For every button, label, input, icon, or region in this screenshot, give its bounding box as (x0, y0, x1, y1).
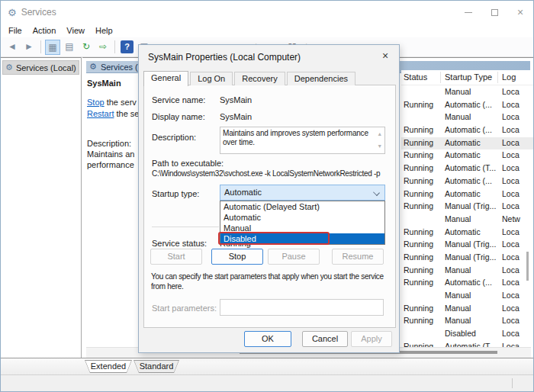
log-on-as-cell: Loca (502, 239, 520, 249)
log-on-as-cell: Loca (502, 329, 520, 338)
services-gear-icon: ⚙ (5, 63, 13, 72)
stop-button[interactable]: Stop (211, 249, 263, 265)
service-row[interactable]: RunningAutomatic (...Loca (401, 277, 533, 290)
column-divider[interactable] (440, 72, 441, 83)
service-row[interactable]: RunningManualLoca (401, 265, 533, 278)
display-name-label: Display name: (152, 112, 205, 121)
column-status[interactable]: Status (404, 72, 427, 82)
dialog-title: SysMain Properties (Local Computer) (148, 52, 301, 63)
tree-item-services-local[interactable]: ⚙ Services (Local) (2, 60, 79, 75)
service-name-label: Service name: (152, 95, 205, 104)
menu-help[interactable]: Help (90, 26, 118, 35)
cancel-button[interactable]: Cancel (302, 331, 348, 347)
log-on-as-cell: Loca (502, 316, 520, 325)
close-button[interactable]: × (507, 1, 533, 24)
start-parameters-input[interactable] (220, 299, 384, 316)
service-row[interactable]: RunningAutomatic (...Loca (401, 124, 533, 137)
log-on-as-cell: Loca (502, 304, 520, 313)
scroll-down-icon[interactable]: ▼ (377, 142, 382, 151)
status-cell: Running (404, 278, 433, 287)
console-tree-icon[interactable]: ▦ (45, 40, 60, 55)
service-row[interactable]: DisabledLoca (401, 328, 533, 341)
menu-view[interactable]: View (61, 26, 90, 35)
ok-button[interactable]: OK (244, 331, 291, 347)
status-cell: Running (404, 125, 433, 134)
dropdown-option-automatic[interactable]: Automatic (220, 212, 384, 223)
export-list-icon[interactable]: ⇨ (95, 40, 111, 55)
tab-standard[interactable]: Standard (134, 360, 179, 373)
properties-icon[interactable]: ▤ (62, 40, 77, 55)
service-row[interactable]: RunningAutomaticLoca (401, 137, 533, 150)
dropdown-option-automatic-delayed-start-[interactable]: Automatic (Delayed Start) (220, 201, 384, 212)
help-icon[interactable]: ? (121, 40, 134, 53)
menu-bar: File Action View Help (1, 24, 533, 37)
description-line-1: Maintains an (87, 149, 134, 159)
dialog-close-button[interactable]: × (378, 50, 392, 63)
back-icon[interactable]: ◄ (5, 40, 20, 55)
window-title: Services (21, 7, 56, 18)
service-row[interactable]: RunningAutomaticLoca (401, 149, 533, 162)
minimize-button[interactable] (455, 1, 481, 24)
service-row[interactable]: RunningAutomaticLoca (401, 227, 533, 239)
service-row[interactable]: RunningAutomatic (...Loca (401, 99, 533, 112)
start-button[interactable]: Start (150, 249, 202, 265)
log-on-as-cell: Loca (502, 278, 520, 287)
description-box[interactable]: Maintains and improves system performanc… (220, 127, 385, 154)
scroll-up-icon[interactable]: ▲ (377, 130, 382, 139)
service-row[interactable]: RunningManual (Trig...Loca (401, 252, 533, 265)
log-on-as-cell: Loca (502, 87, 520, 96)
column-startup-type[interactable]: Startup Type (445, 72, 492, 82)
dialog-tab-recovery[interactable]: Recovery (234, 72, 285, 85)
service-row[interactable]: RunningManual (Trig...Loca (401, 239, 533, 252)
startup-type-cell: Automatic (445, 189, 481, 198)
log-on-as-cell: Loca (502, 176, 520, 185)
status-cell: Running (404, 265, 433, 275)
service-row[interactable]: ManualNetw (401, 214, 533, 227)
log-on-as-cell: Loca (502, 138, 520, 147)
forward-icon[interactable]: ► (21, 40, 37, 55)
startup-type-cell: Manual (445, 304, 471, 313)
startup-type-cell: Manual (445, 112, 471, 121)
restart-line-rest: the se (114, 109, 139, 118)
tab-extended[interactable]: Extended (85, 360, 132, 373)
dropdown-option-disabled[interactable]: Disabled (220, 233, 384, 244)
service-row[interactable]: RunningAutomaticLoca (401, 188, 533, 201)
startup-type-combobox[interactable]: Automatic (220, 185, 385, 201)
dialog-tab-dependencies[interactable]: Dependencies (287, 72, 355, 85)
dialog-tab-general[interactable]: General (143, 71, 188, 86)
pause-button[interactable]: Pause (268, 249, 320, 265)
vertical-scrollbar-thumb[interactable] (526, 252, 529, 281)
stop-service-link[interactable]: Stop (87, 98, 105, 107)
column-divider[interactable] (497, 72, 498, 83)
resume-button[interactable]: Resume (332, 249, 384, 265)
sysmain-properties-dialog: SysMain Properties (Local Computer) × Ge… (138, 44, 400, 353)
startup-type-cell: Automatic (... (445, 278, 492, 287)
dialog-tab-log-on[interactable]: Log On (190, 72, 233, 85)
refresh-icon[interactable]: ↻ (79, 40, 94, 55)
menu-action[interactable]: Action (27, 26, 62, 35)
status-cell: Running (404, 138, 433, 147)
apply-button[interactable]: Apply (351, 331, 392, 347)
status-cell: Running (404, 163, 433, 172)
service-row[interactable]: RunningManualLoca (401, 315, 533, 328)
start-parameters-label: Start parameters: (152, 304, 217, 313)
menu-file[interactable]: File (3, 26, 27, 35)
service-row[interactable]: ManualLoca (401, 86, 533, 99)
service-row[interactable]: RunningManualLoca (401, 303, 533, 316)
log-on-as-cell: Loca (502, 265, 520, 275)
service-row[interactable]: ManualLoca (401, 290, 533, 303)
startup-type-cell: Automatic (... (445, 176, 492, 185)
service-row[interactable]: ManualLoca (401, 111, 533, 124)
service-row[interactable]: RunningAutomatic (...Loca (401, 175, 533, 188)
help-text-line-2: from here. (151, 281, 384, 291)
log-on-as-cell: Loca (502, 125, 520, 134)
service-row[interactable]: RunningAutomatic (T...Loca (401, 162, 533, 175)
stop-service-line: Stop the serv (87, 98, 137, 107)
toolbar-separator (114, 40, 115, 53)
column-log-on-as[interactable]: Log (502, 72, 516, 82)
restart-service-link[interactable]: Restart (87, 109, 114, 118)
service-row[interactable]: RunningAutomatic (T...Loca (401, 341, 533, 347)
dialog-tabs: GeneralLog OnRecoveryDependencies (143, 70, 357, 85)
service-row[interactable]: RunningManual (Trig...Loca (401, 201, 533, 214)
maximize-button[interactable] (481, 1, 507, 24)
